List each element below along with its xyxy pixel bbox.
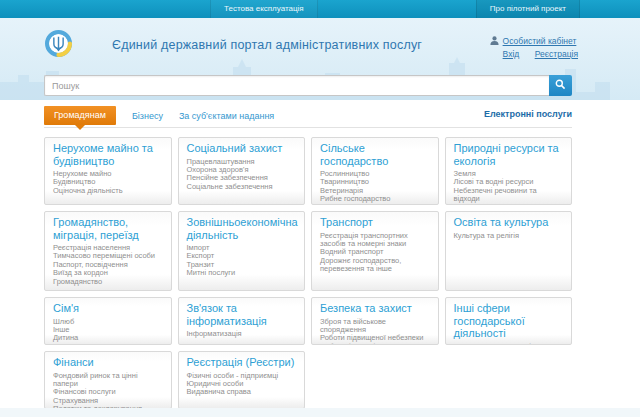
category-item-link[interactable]: Громадянство bbox=[53, 278, 163, 286]
category-title-link[interactable]: Соціальний захист bbox=[187, 142, 297, 155]
category-card: ФінансиФондовий ринок та цінні папериФін… bbox=[44, 351, 172, 409]
about-pilot-project-link[interactable]: Про пілотний проект bbox=[476, 0, 580, 18]
category-title-link[interactable]: Зовнішньоекономічна діяльність bbox=[187, 216, 297, 241]
category-title-link[interactable]: Природні ресурси та екологія bbox=[454, 142, 564, 167]
category-item-link[interactable]: Шлюб bbox=[53, 318, 163, 326]
search-icon bbox=[555, 78, 566, 93]
category-item-link[interactable]: Зброя та військове спорядження bbox=[320, 318, 430, 335]
category-item-link[interactable]: Митні послуги bbox=[187, 269, 297, 277]
category-title-link[interactable]: Освіта та культура bbox=[454, 216, 564, 229]
category-card: Реєстрація (Реєстри)Фізичні особи - підп… bbox=[178, 351, 306, 409]
category-item-link[interactable]: Фондовий ринок та цінні папери bbox=[53, 372, 163, 389]
category-title-link[interactable]: Сільське господарство bbox=[320, 142, 430, 167]
tab-business[interactable]: Бізнесу bbox=[132, 111, 163, 121]
category-title-link[interactable]: Фінанси bbox=[53, 356, 163, 369]
site-header: Єдиний державний портал адміністративних… bbox=[0, 18, 640, 100]
category-card: Сільське господарствоРослинництвоТваринн… bbox=[311, 137, 439, 205]
category-item-link[interactable]: Небезпечні речовини та відходи bbox=[454, 187, 564, 204]
category-card: Зовнішньоекономічна діяльністьІмпортЕксп… bbox=[178, 211, 306, 291]
tabs-row: ГромадянамБізнесуЗа суб'єктами надання Е… bbox=[44, 104, 572, 128]
category-item-link[interactable]: Дитина bbox=[53, 334, 163, 342]
tab-by-providers[interactable]: За суб'єктами надання bbox=[179, 111, 274, 121]
user-icon bbox=[490, 36, 499, 48]
category-card: Соціальний захистПрацевлаштуванняОхорона… bbox=[178, 137, 306, 205]
category-card: Громадянство, міграція, переїздРеєстраці… bbox=[44, 211, 172, 291]
category-title-link[interactable]: Зв'язок та інформатизація bbox=[187, 302, 297, 327]
category-title-link[interactable]: Реєстрація (Реєстри) bbox=[187, 356, 297, 369]
top-bar: Тестова експлуатація Про пілотний проект bbox=[0, 0, 640, 18]
category-item-link[interactable]: Інтелектуальна власність bbox=[454, 343, 564, 346]
category-title-link[interactable]: Сім'я bbox=[53, 302, 163, 315]
category-item-link[interactable]: Культура та релігія bbox=[454, 232, 564, 240]
login-link[interactable]: Вхід bbox=[503, 49, 520, 59]
category-card: Зв'язок та інформатизаціяІнформатизація bbox=[178, 297, 306, 345]
category-item-link[interactable]: Інформатизація bbox=[187, 330, 297, 338]
category-card: Нерухоме майно та будівництвоНерухоме ма… bbox=[44, 137, 172, 205]
personal-cabinet-link[interactable]: Особистий кабінет bbox=[503, 36, 577, 46]
tab-citizens[interactable]: Громадянам bbox=[44, 106, 116, 125]
category-title-link[interactable]: Безпека та захист bbox=[320, 302, 430, 315]
category-title-link[interactable]: Інші сфери господарської діяльності bbox=[454, 302, 564, 340]
category-item-link[interactable]: Соціальне забезпечення bbox=[187, 183, 297, 191]
category-title-link[interactable]: Транспорт bbox=[320, 216, 430, 229]
category-card: ТранспортРеєстрація транспортних засобів… bbox=[311, 211, 439, 291]
footer-strip bbox=[0, 408, 640, 417]
electronic-services-link[interactable]: Електронні послуги bbox=[484, 109, 572, 119]
category-card: Освіта та культураКультура та релігія bbox=[445, 211, 573, 291]
test-mode-label: Тестова експлуатація bbox=[210, 0, 318, 18]
category-card: Природні ресурси та екологіяЗемляЛісові … bbox=[445, 137, 573, 205]
category-item-link[interactable]: Оціночна діяльність bbox=[53, 187, 163, 195]
category-title-link[interactable]: Громадянство, міграція, переїзд bbox=[53, 216, 163, 241]
category-card: Безпека та захистЗброя та військове спор… bbox=[311, 297, 439, 345]
category-item-link[interactable]: Видавнича справа bbox=[187, 388, 297, 396]
category-title-link[interactable]: Нерухоме майно та будівництво bbox=[53, 142, 163, 167]
category-item-link[interactable]: Реєстрація транспортних засобів та номер… bbox=[320, 232, 430, 249]
category-card: Інші сфери господарської діяльностіІнтел… bbox=[445, 297, 573, 345]
page-title: Єдиний державний портал адміністративних… bbox=[112, 38, 422, 52]
search-button[interactable] bbox=[549, 75, 572, 96]
tabs-strip: ГромадянамБізнесуЗа суб'єктами надання bbox=[44, 106, 274, 125]
category-item-link[interactable]: Вибухові матеріали bbox=[320, 343, 430, 345]
category-item-link[interactable]: Надра bbox=[454, 204, 564, 205]
register-link[interactable]: Реєстрація bbox=[535, 49, 578, 59]
categories-grid: Нерухоме майно та будівництвоНерухоме ма… bbox=[44, 137, 572, 409]
category-item-link[interactable]: Дорожнє господарство, перевезення та інш… bbox=[320, 257, 430, 274]
search-input[interactable] bbox=[44, 75, 549, 96]
category-item-link[interactable]: Рибне господарство bbox=[320, 195, 430, 203]
trident-logo[interactable] bbox=[45, 30, 72, 57]
search-bar bbox=[44, 75, 572, 96]
category-card: Сім'яШлюбІншеДитина bbox=[44, 297, 172, 345]
account-area: Особистий кабінет Вхід Реєстрація bbox=[490, 35, 578, 60]
